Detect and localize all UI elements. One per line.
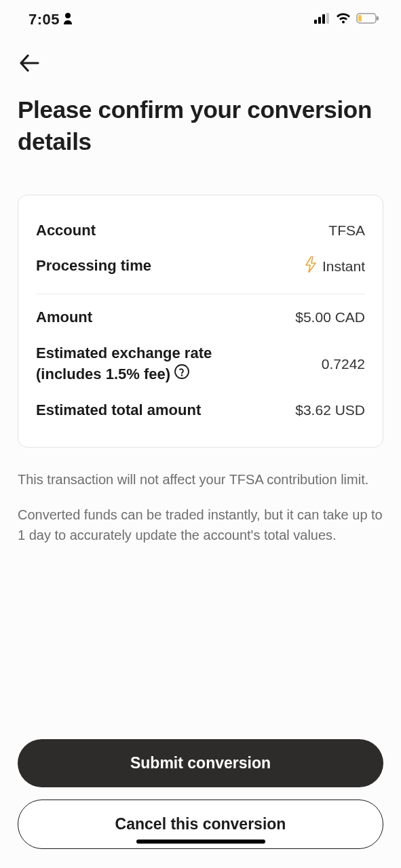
svg-point-9 [181,375,183,376]
home-indicator[interactable] [136,840,265,844]
wifi-icon [336,13,351,26]
account-label: Account [36,221,96,241]
rate-label-group: Estimated exchange rate (includes 1.5% f… [36,344,212,384]
submit-button[interactable]: Submit conversion [18,739,383,787]
footer-actions: Submit conversion Cancel this conversion [0,739,401,849]
total-label: Estimated total amount [36,401,201,420]
row-estimated-total: Estimated total amount $3.62 USD [36,393,365,429]
total-value: $3.62 USD [295,402,365,418]
person-icon [62,11,73,28]
battery-icon [356,13,379,26]
svg-rect-2 [318,17,321,24]
svg-point-8 [175,365,189,378]
svg-rect-7 [377,16,379,20]
svg-rect-1 [314,20,317,24]
page-title: Please confirm your conversion details [18,94,383,158]
nav-back-region [0,37,401,81]
status-time: 7:05 [28,11,60,28]
rate-label-line2-group: (includes 1.5% fee) [36,364,212,384]
row-account: Account TFSA [36,213,365,249]
svg-rect-4 [326,13,329,24]
help-icon[interactable] [174,364,189,384]
svg-rect-6 [358,15,362,22]
svg-rect-3 [322,14,325,24]
status-bar: 7:05 [0,0,401,37]
rate-label-line1: Estimated exchange rate [36,344,212,363]
rate-value: 0.7242 [322,356,365,372]
cellular-icon [314,13,330,26]
back-button[interactable] [19,62,39,74]
lightning-icon [305,256,317,276]
processing-label: Processing time [36,256,151,276]
disclaimer-processing: Converted funds can be traded instantly,… [18,505,383,545]
row-exchange-rate: Estimated exchange rate (includes 1.5% f… [36,336,365,393]
conversion-details-card: Account TFSA Processing time Instant Amo… [18,195,383,448]
amount-label: Amount [36,308,92,328]
rate-label-line2: (includes 1.5% fee) [36,365,170,384]
processing-value-group: Instant [305,256,365,276]
status-time-group: 7:05 [28,11,73,28]
row-processing-time: Processing time Instant [36,248,365,284]
main-content: Please confirm your conversion details A… [0,81,401,545]
processing-value: Instant [322,258,365,275]
amount-value: $5.00 CAD [295,309,365,326]
disclaimer-tfsa: This transaction will not affect your TF… [18,469,383,490]
arrow-left-icon [19,54,39,72]
status-indicators [314,13,379,26]
account-value: TFSA [328,222,365,239]
card-divider [36,294,365,294]
row-amount: Amount $5.00 CAD [36,300,365,336]
svg-point-0 [65,13,71,18]
